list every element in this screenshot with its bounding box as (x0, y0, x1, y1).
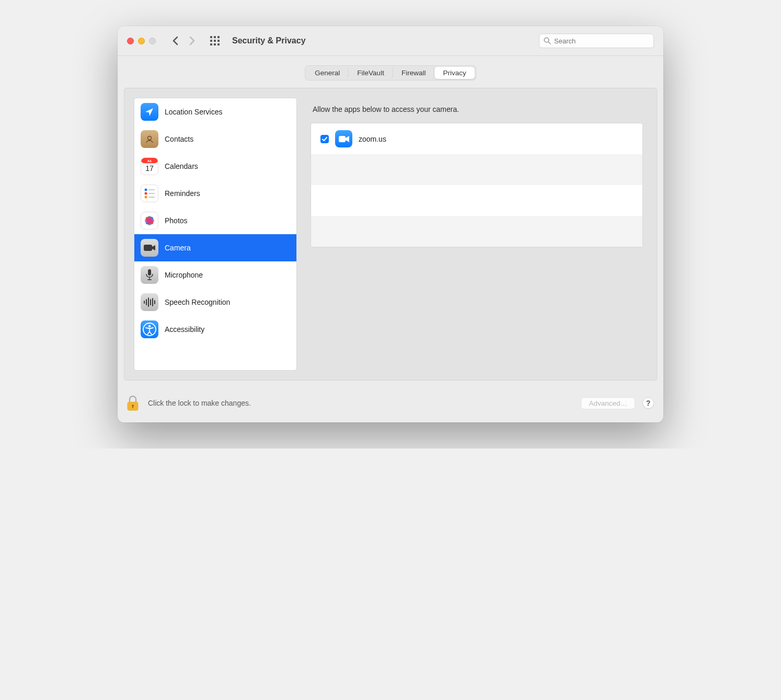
lock-text: Click the lock to make changes. (148, 399, 573, 407)
app-checkbox[interactable] (320, 135, 329, 143)
svg-rect-34 (146, 299, 147, 305)
chevron-left-icon (172, 36, 179, 45)
svg-rect-20 (148, 197, 155, 198)
advanced-button[interactable]: Advanced… (581, 397, 635, 409)
app-list: zoom.us (311, 123, 643, 247)
check-icon (321, 136, 328, 142)
tab-filevault[interactable]: FileVault (349, 67, 393, 79)
photos-icon (141, 212, 158, 229)
svg-point-11 (148, 136, 152, 140)
sidebar-item-label: Reminders (165, 189, 200, 198)
svg-rect-1 (214, 36, 216, 38)
back-button[interactable] (170, 36, 180, 45)
svg-rect-16 (148, 189, 155, 190)
sidebar-item-camera[interactable]: Camera (134, 234, 296, 261)
sidebar: Location Services Contacts JUL17 Calenda… (134, 98, 297, 371)
tab-privacy[interactable]: Privacy (434, 67, 474, 79)
sidebar-item-reminders[interactable]: Reminders (134, 180, 296, 207)
sidebar-item-speech-recognition[interactable]: Speech Recognition (134, 289, 296, 316)
traffic-lights (127, 38, 156, 44)
svg-rect-36 (150, 299, 151, 305)
svg-rect-6 (210, 43, 212, 45)
location-arrow-icon (141, 103, 158, 121)
svg-rect-30 (148, 269, 151, 276)
tab-firewall[interactable]: Firewall (393, 67, 435, 79)
tabbar: General FileVault Firewall Privacy (305, 65, 476, 81)
sidebar-item-label: Camera (165, 244, 191, 252)
microphone-icon (141, 266, 158, 284)
titlebar: Security & Privacy (118, 26, 663, 56)
svg-line-10 (548, 42, 550, 44)
svg-text:JUL: JUL (147, 159, 152, 163)
sidebar-item-label: Contacts (165, 135, 193, 143)
content-heading: Allow the apps below to access your came… (313, 105, 643, 113)
accessibility-icon (141, 320, 158, 338)
preferences-window: Security & Privacy General FileVault Fir… (118, 26, 663, 422)
sidebar-item-label: Location Services (165, 108, 223, 116)
help-button[interactable]: ? (642, 397, 654, 409)
svg-point-15 (145, 189, 147, 191)
search-input[interactable] (554, 37, 649, 45)
svg-rect-2 (217, 36, 220, 38)
svg-rect-29 (144, 245, 152, 251)
search-icon (544, 37, 551, 44)
contacts-icon (141, 130, 158, 148)
sidebar-item-label: Calendars (165, 162, 198, 170)
maximize-window-button (149, 38, 156, 44)
svg-rect-8 (217, 43, 220, 45)
lock-icon (125, 394, 141, 412)
lock-button[interactable] (125, 394, 141, 412)
search-box[interactable] (539, 33, 654, 48)
content-panel: Allow the apps below to access your came… (303, 98, 650, 371)
calendar-icon: JUL17 (141, 157, 158, 175)
chevron-right-icon (189, 36, 196, 45)
body-area: Location Services Contacts JUL17 Calenda… (124, 88, 657, 381)
svg-rect-3 (210, 40, 212, 42)
sidebar-item-microphone[interactable]: Microphone (134, 261, 296, 289)
app-row-empty (311, 216, 642, 247)
svg-point-17 (145, 192, 147, 195)
footer: Click the lock to make changes. Advanced… (118, 390, 663, 422)
svg-point-40 (148, 325, 151, 328)
svg-rect-5 (217, 40, 220, 42)
tabbar-wrap: General FileVault Firewall Privacy (118, 56, 663, 88)
svg-rect-7 (214, 43, 216, 45)
show-all-button[interactable] (210, 36, 220, 45)
svg-point-19 (145, 196, 147, 199)
sidebar-item-accessibility[interactable]: Accessibility (134, 316, 296, 343)
sidebar-item-label: Photos (165, 216, 188, 225)
grid-icon (210, 36, 220, 45)
tab-general[interactable]: General (306, 67, 349, 79)
reminders-icon (141, 185, 158, 202)
sidebar-item-location-services[interactable]: Location Services (134, 98, 296, 125)
camera-icon (141, 239, 158, 257)
svg-rect-33 (144, 301, 145, 304)
minimize-window-button[interactable] (138, 38, 145, 44)
svg-rect-38 (154, 300, 155, 304)
app-row-empty (311, 154, 642, 185)
sidebar-item-label: Accessibility (165, 325, 204, 334)
app-row-empty (311, 185, 642, 216)
sidebar-item-label: Microphone (165, 271, 203, 279)
window-title: Security & Privacy (232, 36, 306, 45)
svg-rect-41 (339, 136, 346, 142)
svg-rect-18 (148, 193, 155, 194)
sidebar-item-contacts[interactable]: Contacts (134, 125, 296, 153)
svg-rect-45 (132, 406, 133, 408)
forward-button[interactable] (187, 36, 197, 45)
sidebar-item-label: Speech Recognition (165, 298, 230, 306)
close-window-button[interactable] (127, 38, 134, 44)
zoom-app-icon (335, 130, 352, 147)
sidebar-item-calendars[interactable]: JUL17 Calendars (134, 153, 296, 180)
sidebar-item-photos[interactable]: Photos (134, 207, 296, 234)
speech-icon (141, 293, 158, 311)
app-row: zoom.us (311, 123, 642, 154)
app-name: zoom.us (359, 135, 386, 143)
svg-rect-0 (210, 36, 212, 38)
svg-text:17: 17 (145, 164, 154, 173)
svg-rect-37 (152, 298, 153, 306)
nav-buttons (170, 36, 197, 45)
svg-rect-4 (214, 40, 216, 42)
svg-rect-35 (148, 297, 149, 307)
